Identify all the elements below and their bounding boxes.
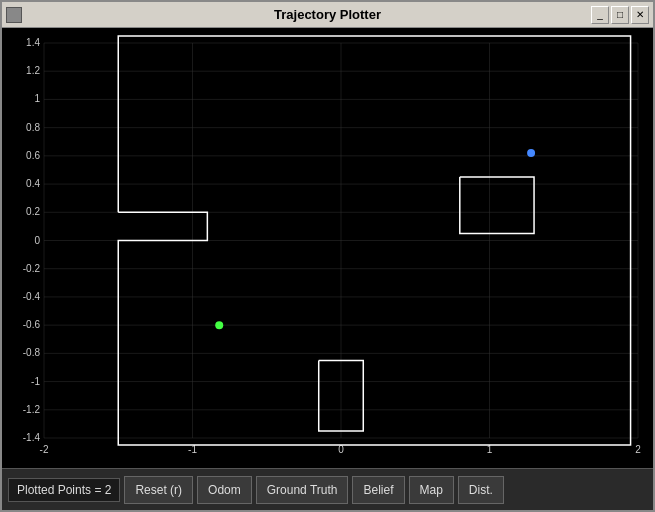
title-bar: Trajectory Plotter _ □ ✕	[2, 2, 653, 28]
ground-truth-button[interactable]: Ground Truth	[256, 476, 349, 504]
minimize-button[interactable]: _	[591, 6, 609, 24]
main-window: Trajectory Plotter _ □ ✕ Plotted Points …	[0, 0, 655, 512]
map-button[interactable]: Map	[409, 476, 454, 504]
trajectory-canvas	[2, 28, 653, 468]
plot-area	[2, 28, 653, 468]
odom-button[interactable]: Odom	[197, 476, 252, 504]
window-title: Trajectory Plotter	[274, 7, 381, 22]
title-bar-controls: _ □ ✕	[591, 6, 649, 24]
belief-button[interactable]: Belief	[352, 476, 404, 504]
maximize-button[interactable]: □	[611, 6, 629, 24]
title-bar-left	[6, 7, 22, 23]
toolbar: Plotted Points = 2 Reset (r) Odom Ground…	[2, 468, 653, 510]
window-icon	[6, 7, 22, 23]
close-button[interactable]: ✕	[631, 6, 649, 24]
reset-button[interactable]: Reset (r)	[124, 476, 193, 504]
plotted-points-label: Plotted Points = 2	[8, 478, 120, 502]
dist-button[interactable]: Dist.	[458, 476, 504, 504]
